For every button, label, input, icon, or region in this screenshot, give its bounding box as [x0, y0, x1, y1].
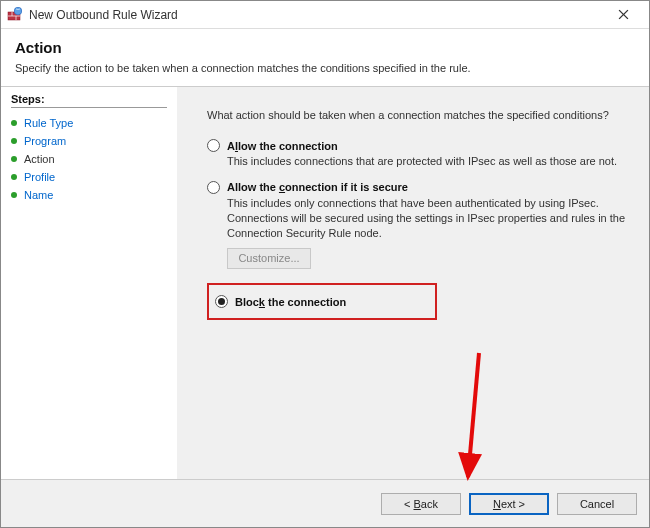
radio-allow[interactable] [207, 139, 220, 152]
option-allow-desc: This includes connections that are prote… [227, 154, 629, 169]
back-button[interactable]: < Back [381, 493, 461, 515]
header: Action Specify the action to be taken wh… [1, 29, 649, 86]
page-subtitle: Specify the action to be taken when a co… [15, 62, 635, 74]
option-allow-secure-desc: This includes only connections that have… [227, 196, 629, 241]
radio-allow-secure[interactable] [207, 181, 220, 194]
bullet-icon [11, 174, 17, 180]
step-name[interactable]: Name [11, 186, 167, 204]
step-rule-type[interactable]: Rule Type [11, 114, 167, 132]
option-allow: Allow the connection This includes conne… [207, 139, 629, 169]
radio-block[interactable] [215, 295, 228, 308]
page-title: Action [15, 39, 635, 56]
option-allow-secure-title: Allow the connection if it is secure [227, 181, 408, 193]
footer: < Back Next > Cancel [1, 479, 649, 527]
close-button[interactable] [603, 2, 643, 28]
firewall-icon [7, 7, 23, 23]
steps-heading: Steps: [11, 93, 167, 108]
bullet-icon [11, 120, 17, 126]
svg-point-5 [15, 7, 21, 13]
step-label: Name [24, 189, 53, 201]
wizard-window: New Outbound Rule Wizard Action Specify … [0, 0, 650, 528]
step-program[interactable]: Program [11, 132, 167, 150]
option-allow-title: Allow the connection [227, 140, 338, 152]
step-label: Program [24, 135, 66, 147]
bullet-icon [11, 156, 17, 162]
main-panel: What action should be taken when a conne… [177, 87, 649, 479]
steps-sidebar: Steps: Rule Type Program Action Profile … [1, 87, 177, 479]
option-allow-secure: Allow the connection if it is secure Thi… [207, 181, 629, 270]
bullet-icon [11, 192, 17, 198]
option-block-title: Block the connection [235, 296, 346, 308]
option-block: Block the connection [215, 295, 425, 308]
titlebar: New Outbound Rule Wizard [1, 1, 649, 29]
step-action[interactable]: Action [11, 150, 167, 168]
question-text: What action should be taken when a conne… [207, 109, 629, 121]
customize-button: Customize... [227, 248, 311, 269]
next-button[interactable]: Next > [469, 493, 549, 515]
annotation-highlight: Block the connection [207, 283, 437, 320]
step-label: Rule Type [24, 117, 73, 129]
step-label: Action [24, 153, 55, 165]
bullet-icon [11, 138, 17, 144]
cancel-button[interactable]: Cancel [557, 493, 637, 515]
step-label: Profile [24, 171, 55, 183]
window-title: New Outbound Rule Wizard [29, 8, 603, 22]
step-profile[interactable]: Profile [11, 168, 167, 186]
